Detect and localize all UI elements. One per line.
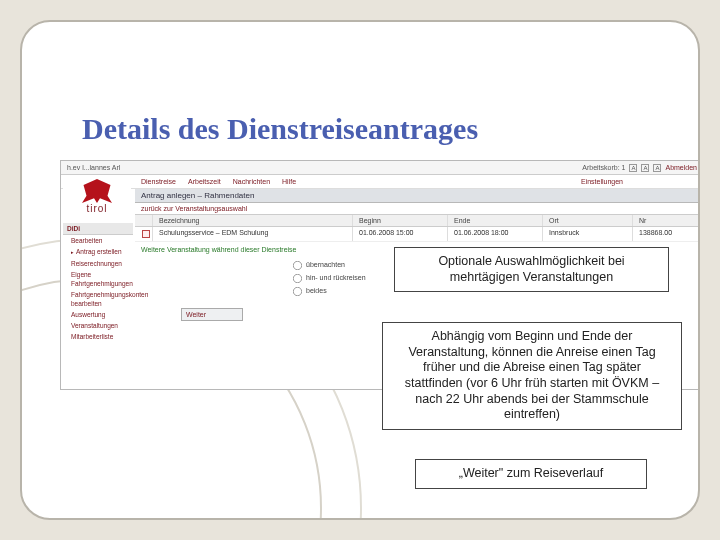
- col-header: Bezeichnung: [153, 215, 353, 226]
- cell: 01.06.2008 18:00: [448, 227, 543, 241]
- section-heading: Antrag anlegen – Rahmendaten: [135, 189, 700, 203]
- sidebar: DiDi Bearbeiten Antrag erstellen Reisere…: [63, 223, 133, 342]
- table-row[interactable]: Schulungsservice – EDM Schulung 01.06.20…: [135, 227, 700, 242]
- topbar-user: h.ev l...lannes Arl: [67, 164, 120, 171]
- logo-text: tirol: [63, 203, 131, 214]
- col-header: Ende: [448, 215, 543, 226]
- cell: 138868.00: [633, 227, 700, 241]
- row-icon: [142, 230, 150, 238]
- next-button[interactable]: Weiter: [181, 308, 243, 321]
- back-link[interactable]: zurück zur Veranstaltungsauswahl: [135, 203, 700, 214]
- eagle-icon: [82, 179, 112, 203]
- sidebar-item[interactable]: Reiserechnungen: [63, 258, 133, 269]
- menubar: Dienstreise Arbeitszeit Nachrichten Hilf…: [61, 175, 700, 189]
- menu-item[interactable]: Nachrichten: [233, 178, 270, 185]
- logo: tirol: [63, 177, 131, 221]
- menu-item[interactable]: Arbeitszeit: [188, 178, 221, 185]
- sidebar-item[interactable]: Bearbeiten: [63, 235, 133, 246]
- cell: Schulungsservice – EDM Schulung: [153, 227, 353, 241]
- topbar-workbasket: Arbeitskorb: 1: [582, 164, 625, 171]
- badge-icon: A: [653, 164, 661, 172]
- col-header: Ort: [543, 215, 633, 226]
- topbar: h.ev l...lannes Arl Arbeitskorb: 1 A A A…: [61, 161, 700, 175]
- cell: Innsbruck: [543, 227, 633, 241]
- callout-weiter: „Weiter" zum Reiseverlauf: [415, 459, 647, 489]
- settings-link[interactable]: Einstellungen: [581, 178, 623, 185]
- sidebar-item[interactable]: Eigene Fahrtgenehmigungen: [63, 269, 133, 289]
- col-header: Beginn: [353, 215, 448, 226]
- sidebar-item[interactable]: Mitarbeiterliste: [63, 331, 133, 342]
- badge-icon: A: [641, 164, 649, 172]
- callout-optional: Optionale Auswahlmöglichkeit bei mehrtäg…: [394, 247, 669, 292]
- sidebar-heading: DiDi: [63, 223, 133, 235]
- sidebar-item[interactable]: Fahrtgenehmigungskonten bearbeiten: [63, 289, 133, 309]
- badge-icon: A: [629, 164, 637, 172]
- slide-frame: Details des Dienstreiseantrages h.ev l..…: [20, 20, 700, 520]
- cell: 01.06.2008 15:00: [353, 227, 448, 241]
- page-title: Details des Dienstreiseantrages: [82, 112, 478, 146]
- sidebar-item[interactable]: Veranstaltungen: [63, 320, 133, 331]
- sidebar-item[interactable]: Antrag erstellen: [63, 246, 133, 258]
- sidebar-item[interactable]: Auswertung: [63, 309, 133, 320]
- menu-item[interactable]: Dienstreise: [141, 178, 176, 185]
- callout-timing: Abhängig vom Beginn und Ende der Veranst…: [382, 322, 682, 430]
- logout-link[interactable]: Abmelden: [665, 164, 697, 171]
- table-header: Bezeichnung Beginn Ende Ort Nr: [135, 214, 700, 227]
- col-header: Nr: [633, 215, 700, 226]
- menu-item[interactable]: Hilfe: [282, 178, 296, 185]
